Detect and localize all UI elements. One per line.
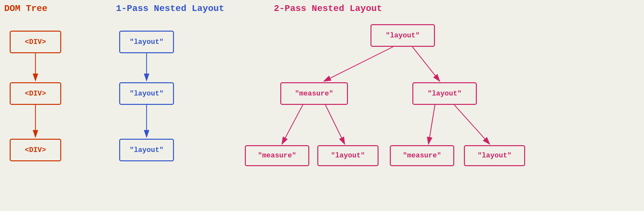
dom-div2: <DIV> [10, 82, 61, 105]
two-pass-measure-bl: "measure" [245, 145, 309, 166]
svg-line-10 [325, 105, 345, 144]
two-pass-root-layout: "layout" [370, 24, 435, 47]
two-pass-layout-br: "layout" [464, 145, 525, 166]
one-pass-title: 1-Pass Nested Layout [116, 4, 224, 14]
one-pass-layout2: "layout" [119, 82, 174, 105]
two-pass-title: 2-Pass Nested Layout [274, 4, 382, 14]
two-pass-measure-mid: "measure" [280, 82, 348, 105]
svg-line-12 [454, 105, 490, 144]
svg-line-11 [428, 105, 435, 144]
two-pass-measure-br: "measure" [390, 145, 454, 166]
one-pass-layout1: "layout" [119, 31, 174, 53]
arrows-svg [0, 0, 644, 211]
two-pass-layout-bl: "layout" [317, 145, 379, 166]
two-pass-layout-mid: "layout" [412, 82, 477, 105]
svg-line-7 [324, 47, 393, 81]
dom-div1: <DIV> [10, 31, 61, 53]
svg-line-9 [282, 105, 303, 144]
one-pass-layout3: "layout" [119, 139, 174, 161]
svg-line-8 [412, 47, 440, 81]
dom-tree-title: DOM Tree [4, 4, 47, 14]
diagram-container: DOM Tree 1-Pass Nested Layout 2-Pass Nes… [0, 0, 644, 211]
dom-div3: <DIV> [10, 139, 61, 161]
